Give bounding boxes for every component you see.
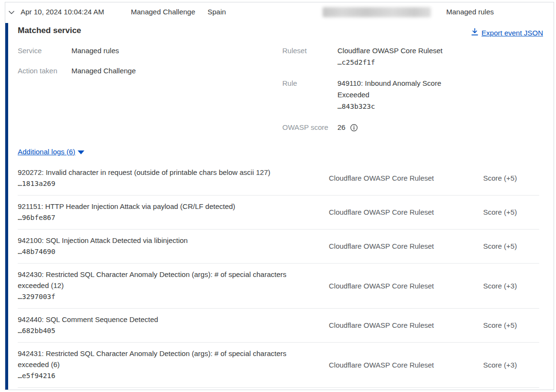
log-rule-id: …682bb405 (18, 325, 313, 336)
ruleset-name: Cloudflare OWASP Core Ruleset (337, 46, 442, 55)
event-country: Spain (208, 8, 226, 16)
detail-label: Action taken (18, 65, 71, 77)
info-icon[interactable] (350, 124, 358, 132)
detail-value: Managed Challenge (71, 65, 136, 77)
detail-action-taken: Action taken Managed Challenge (18, 65, 136, 77)
log-rule-description: 942430: Restricted SQL Character Anomaly… (18, 269, 313, 291)
log-description-cell: 942100: SQL Injection Attack Detected vi… (18, 235, 329, 257)
download-icon (471, 28, 478, 37)
log-row: 942100: SQL Injection Attack Detected vi… (18, 230, 539, 264)
log-rule-description: 942431: Restricted SQL Character Anomaly… (18, 348, 313, 370)
log-ruleset: Cloudflare OWASP Core Ruleset (329, 361, 483, 369)
ruleset-id: …c25d2f1f (337, 58, 375, 66)
rule-id: …843b323c (337, 103, 375, 110)
log-score: Score (+5) (483, 208, 539, 216)
rule-name: 949110: Inbound Anomaly Score Exceeded (337, 79, 441, 99)
log-score: Score (+5) (483, 174, 539, 182)
log-rule-id: …1813a269 (18, 178, 313, 189)
detail-rule: Rule 949110: Inbound Anomaly Score Excee… (282, 78, 484, 112)
log-ruleset: Cloudflare OWASP Core Ruleset (329, 208, 483, 216)
detail-label: OWASP score (282, 122, 337, 133)
detail-label: Ruleset (282, 45, 337, 68)
chevron-down-icon[interactable] (8, 9, 15, 16)
log-description-cell: 942440: SQL Comment Sequence Detected …6… (18, 314, 329, 336)
log-rule-id: …96bfe867 (18, 212, 313, 223)
owasp-score-value: 26 (337, 122, 346, 133)
log-score: Score (+3) (483, 361, 539, 369)
log-score: Score (+5) (483, 242, 539, 250)
log-ruleset: Cloudflare OWASP Core Ruleset (329, 174, 483, 182)
log-rule-description: 942440: SQL Comment Sequence Detected (18, 314, 313, 325)
detail-value: Managed rules (71, 45, 119, 57)
detail-value: 26 (337, 122, 453, 133)
caret-down-icon (78, 150, 84, 154)
log-ruleset: Cloudflare OWASP Core Ruleset (329, 282, 483, 290)
log-score: Score (+5) (483, 321, 539, 329)
log-row: 920272: Invalid character in request (ou… (18, 161, 539, 196)
detail-label: Rule (282, 78, 337, 112)
log-row: 942430: Restricted SQL Character Anomaly… (18, 264, 539, 309)
log-rule-description: 921151: HTTP Header Injection Attack via… (18, 201, 313, 212)
export-event-json-label: Export event JSON (482, 29, 543, 37)
event-row-header[interactable]: Apr 10, 2024 10:04:24 AM Managed Challen… (5, 2, 554, 23)
log-description-cell: 920272: Invalid character in request (ou… (18, 167, 329, 189)
log-row: 942440: SQL Comment Sequence Detected …6… (18, 309, 539, 343)
detail-service: Service Managed rules (18, 45, 136, 57)
panel-title: Matched service (18, 26, 81, 35)
log-rule-id: …3297003f (18, 291, 313, 302)
log-rule-id: …e5f94216 (18, 370, 313, 381)
log-description-cell: 921151: HTTP Header Injection Attack via… (18, 201, 329, 223)
log-rule-description: 942100: SQL Injection Attack Detected vi… (18, 235, 313, 246)
log-description-cell: 942430: Restricted SQL Character Anomaly… (18, 269, 329, 302)
event-detail-panel: Matched service Export event JSON Servic… (8, 23, 554, 390)
event-timestamp: Apr 10, 2024 10:04:24 AM (21, 8, 104, 16)
log-rule-id: …48b74690 (18, 246, 313, 257)
detail-ruleset: Ruleset Cloudflare OWASP Core Ruleset …c… (282, 45, 484, 68)
firewall-event-card: Apr 10, 2024 10:04:24 AM Managed Challen… (5, 2, 554, 390)
detail-value: 949110: Inbound Anomaly Score Exceeded …… (337, 78, 453, 112)
details-right-column: Ruleset Cloudflare OWASP Core Ruleset …c… (282, 45, 484, 143)
event-service: Managed rules (446, 8, 494, 16)
log-row: 942431: Restricted SQL Character Anomaly… (18, 343, 539, 388)
additional-logs-label: Additional logs (6) (18, 148, 75, 156)
additional-logs-table: 920272: Invalid character in request (ou… (18, 161, 539, 388)
export-event-json-link[interactable]: Export event JSON (471, 28, 543, 37)
details-left-column: Service Managed rules Action taken Manag… (18, 45, 136, 85)
log-row: 921151: HTTP Header Injection Attack via… (18, 196, 539, 230)
additional-logs-toggle[interactable]: Additional logs (6) (18, 148, 84, 156)
log-ruleset: Cloudflare OWASP Core Ruleset (329, 242, 483, 250)
log-ruleset: Cloudflare OWASP Core Ruleset (329, 321, 483, 329)
redacted-host-value (323, 7, 431, 17)
log-description-cell: 942431: Restricted SQL Character Anomaly… (18, 348, 329, 381)
detail-value: Cloudflare OWASP Core Ruleset …c25d2f1f (337, 45, 453, 68)
log-score: Score (+3) (483, 282, 539, 290)
event-action: Managed Challenge (131, 8, 195, 16)
detail-owasp-score: OWASP score 26 (282, 122, 484, 133)
detail-label: Service (18, 45, 71, 57)
log-rule-description: 920272: Invalid character in request (ou… (18, 167, 313, 178)
